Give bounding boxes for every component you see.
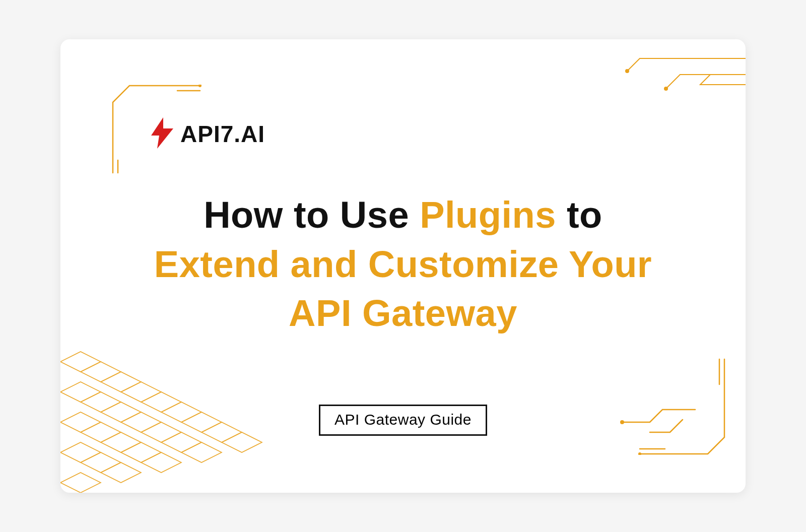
brand-logo: aPI7.aI [151, 117, 265, 151]
corner-top-right-circuit [620, 48, 746, 109]
title-accent: Plugins [420, 194, 556, 236]
svg-point-3 [638, 452, 641, 455]
title-segment: to [556, 194, 602, 236]
svg-point-0 [198, 85, 202, 87]
title-accent: Extend and Customize Your API Gateway [154, 243, 652, 335]
title-segment: How to Use [204, 194, 420, 236]
slide-card: aPI7.aI How to Use Plugins to Extend and… [60, 39, 746, 493]
category-badge-label: API Gateway Guide [334, 411, 472, 428]
svg-marker-5 [151, 117, 173, 149]
category-badge: API Gateway Guide [319, 405, 487, 436]
lightning-icon [151, 117, 173, 151]
brand-logo-text: aPI7.aI [180, 120, 265, 148]
svg-point-4 [620, 420, 624, 424]
corner-bottom-left-pattern [60, 331, 272, 493]
slide-title: How to Use Plugins to Extend and Customi… [141, 190, 665, 338]
svg-point-1 [625, 69, 629, 73]
svg-point-2 [664, 87, 668, 91]
corner-bottom-right-bracket [594, 354, 725, 455]
